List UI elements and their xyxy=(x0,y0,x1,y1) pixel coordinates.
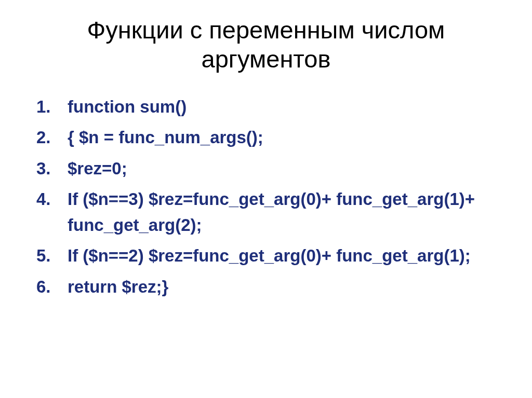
code-line: If ($n==2) $rez=func_get_arg(0)+ func_ge… xyxy=(36,243,496,269)
code-list: function sum() { $n = func_num_args(); $… xyxy=(36,94,496,300)
code-line: If ($n==3) $rez=func_get_arg(0)+ func_ge… xyxy=(36,186,496,238)
code-text: { $n = func_num_args(); xyxy=(68,128,263,147)
slide-title: Функции с переменным числом аргументов xyxy=(36,16,496,74)
code-line: function sum() xyxy=(36,94,496,120)
code-line: return $rez;} xyxy=(36,274,496,300)
code-line: { $n = func_num_args(); xyxy=(36,125,496,150)
code-line: $rez=0; xyxy=(36,156,496,182)
code-text: $rez=0; xyxy=(68,159,127,178)
code-text: If ($n==2) $rez=func_get_arg(0)+ func_ge… xyxy=(68,246,471,265)
code-text: return $rez;} xyxy=(68,277,168,296)
code-text: function sum() xyxy=(68,97,187,116)
code-text: If ($n==3) $rez=func_get_arg(0)+ func_ge… xyxy=(68,189,475,235)
